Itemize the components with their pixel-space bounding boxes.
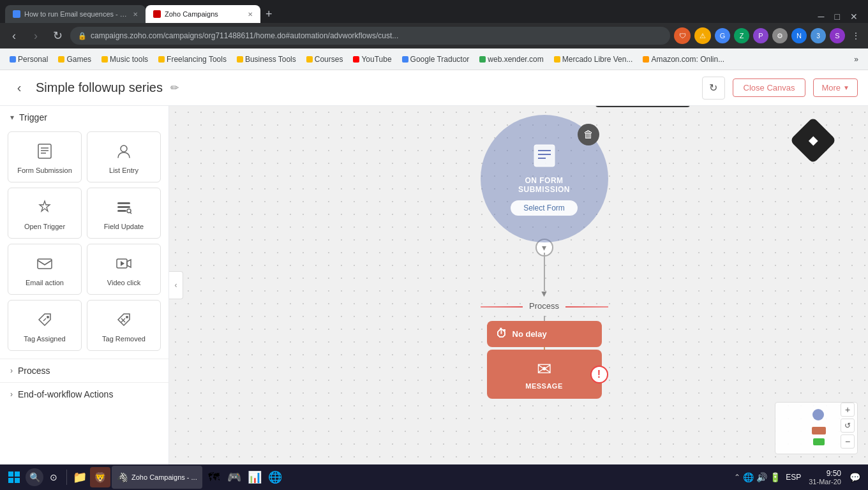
url-bar[interactable]: 🔒 campaigns.zoho.com/campaigns/org711488… bbox=[70, 27, 670, 45]
diamond-badge[interactable]: ◆ bbox=[789, 117, 837, 164]
svg-point-4 bbox=[121, 145, 127, 152]
tab-inactive[interactable]: How to run Email sequences - Doc... ✕ bbox=[5, 5, 146, 23]
sidebar-item-open-trigger[interactable]: Open Trigger bbox=[8, 188, 82, 239]
process-section-header[interactable]: › Process bbox=[0, 359, 168, 382]
bookmark-games[interactable]: Games bbox=[54, 53, 96, 66]
process-section-sidebar: › Process bbox=[0, 359, 168, 382]
edit-title-icon[interactable]: ✏ bbox=[170, 82, 179, 94]
message-node[interactable]: ✉ MESSAGE ! bbox=[487, 350, 602, 399]
reset-view-btn[interactable]: ↺ bbox=[841, 419, 855, 433]
ext-chrome-icon[interactable]: G bbox=[715, 28, 730, 43]
tab-active-close[interactable]: ✕ bbox=[248, 11, 253, 18]
back-button[interactable]: ‹ bbox=[10, 79, 28, 97]
tray-volume-icon[interactable]: 🔊 bbox=[756, 472, 767, 482]
refresh-canvas-btn[interactable]: ↻ bbox=[702, 77, 725, 100]
warning-icon[interactable]: ⚠ bbox=[694, 27, 711, 44]
svg-line-14 bbox=[43, 318, 46, 321]
bookmarks-more[interactable]: » bbox=[849, 53, 863, 66]
more-button[interactable]: More ▼ bbox=[813, 78, 858, 97]
bookmark-games-label: Games bbox=[66, 55, 91, 64]
zoom-out-btn[interactable]: − bbox=[841, 434, 855, 449]
bookmark-courses[interactable]: Courses bbox=[302, 53, 348, 66]
bookmark-youtube-label: YouTube bbox=[361, 55, 391, 64]
start-button[interactable] bbox=[3, 466, 26, 489]
reload-btn[interactable]: ↻ bbox=[49, 27, 66, 45]
video-click-icon bbox=[112, 252, 135, 275]
profile-icon[interactable]: S bbox=[830, 28, 845, 43]
taskbar-other-app3[interactable]: 📊 bbox=[244, 467, 265, 487]
bookmark-youtube[interactable]: YouTube bbox=[348, 53, 396, 66]
bookmark-xender[interactable]: web.xender.com bbox=[475, 53, 548, 66]
sidebar-item-email-action[interactable]: Email action bbox=[8, 244, 82, 295]
taskbar-other-app4[interactable]: 🌐 bbox=[265, 467, 285, 487]
tray-up-arrow[interactable]: ⌃ bbox=[734, 473, 740, 482]
brave-shield-icon[interactable]: 🛡 bbox=[674, 27, 691, 44]
bookmark-freelancing[interactable]: Freelancing Tools bbox=[154, 53, 231, 66]
trigger-section-label: Trigger bbox=[19, 112, 47, 122]
tab-inactive-close[interactable]: ✕ bbox=[133, 11, 138, 18]
taskbar-search[interactable]: 🔍 bbox=[26, 468, 43, 486]
sidebar-item-tag-removed[interactable]: Tag Removed bbox=[87, 300, 161, 351]
end-of-workflow-header[interactable]: › End-of-workflow Actions bbox=[0, 382, 168, 406]
window-minimize[interactable]: ─ bbox=[813, 10, 830, 23]
bookmark-google-traductor[interactable]: Google Traductor bbox=[398, 53, 474, 66]
sidebar-item-tag-assigned[interactable]: Tag Assigned bbox=[8, 300, 82, 351]
diamond-badge-label: ◆ bbox=[809, 133, 818, 147]
tray-network-icon[interactable]: 🌐 bbox=[743, 472, 754, 482]
trigger-section-header[interactable]: ▾ Trigger bbox=[0, 106, 168, 129]
open-trigger-icon bbox=[33, 196, 56, 219]
svg-rect-6 bbox=[117, 206, 130, 208]
tab-favicon-active bbox=[153, 10, 161, 18]
taskbar-clock: 9:50 31-Mar-20 bbox=[806, 469, 844, 486]
svg-rect-26 bbox=[15, 478, 20, 483]
ext-green-icon[interactable]: Z bbox=[734, 28, 749, 43]
forward-nav-btn[interactable]: › bbox=[27, 27, 45, 45]
bookmark-mercadolibre[interactable]: Mercado Libre Ven... bbox=[550, 53, 638, 66]
ext-badge[interactable]: 3 bbox=[811, 28, 826, 43]
ext-purple-icon[interactable]: P bbox=[753, 28, 768, 43]
process-header-node: Process bbox=[481, 299, 608, 313]
tray-language[interactable]: ESP bbox=[783, 473, 804, 482]
tab-active[interactable]: Zoho Campaigns ✕ bbox=[146, 5, 260, 23]
mini-node-rect1 bbox=[812, 427, 826, 434]
ext-gray-icon[interactable]: ⚙ bbox=[772, 28, 788, 43]
sidebar-item-form-submission[interactable]: Form Submission bbox=[8, 131, 82, 182]
taskbar-other-app1[interactable]: 🗺 bbox=[204, 467, 224, 487]
taskbar-file-explorer[interactable]: 📁 bbox=[70, 467, 90, 487]
select-form-button[interactable]: Select Form bbox=[511, 200, 578, 216]
ext-blue2-icon[interactable]: N bbox=[791, 28, 807, 43]
bookmark-amazon[interactable]: Amazon.com: Onlin... bbox=[638, 53, 729, 66]
menu-icon[interactable]: ⋮ bbox=[849, 29, 863, 42]
sidebar-item-field-update[interactable]: Field Update bbox=[87, 188, 161, 239]
taskbar-other-app2[interactable]: 🎮 bbox=[224, 467, 244, 487]
sidebar-item-video-click[interactable]: Video click bbox=[87, 244, 161, 295]
bookmark-personal[interactable]: Personal bbox=[5, 53, 52, 66]
taskbar-brave-browser[interactable]: 🦁 bbox=[90, 467, 110, 487]
canvas-title: Simple followup series bbox=[36, 80, 163, 95]
collapse-sidebar-btn[interactable]: ‹ bbox=[169, 271, 183, 299]
tray-battery-icon[interactable]: 🔋 bbox=[770, 472, 781, 482]
back-nav-btn[interactable]: ‹ bbox=[5, 27, 23, 45]
svg-line-9 bbox=[130, 212, 131, 214]
bookmark-music-tools[interactable]: Music tools bbox=[97, 53, 153, 66]
message-envelope-icon: ✉ bbox=[537, 359, 551, 380]
trigger-node[interactable]: 🗑 ON FORM SUBMISSION Select Form bbox=[481, 115, 608, 242]
tab-inactive-title: How to run Email sequences - Doc... bbox=[24, 10, 129, 18]
delete-trigger-btn[interactable]: 🗑 bbox=[578, 124, 599, 145]
new-tab-btn[interactable]: + bbox=[260, 5, 278, 23]
canvas[interactable]: ‹ ◆ ON FORM SUBMISSION 🗑 bbox=[169, 106, 868, 464]
svg-rect-5 bbox=[117, 202, 130, 204]
trigger-tooltip-box: ON FORM SUBMISSION bbox=[595, 106, 690, 107]
svg-rect-7 bbox=[117, 210, 126, 212]
window-close[interactable]: ✕ bbox=[845, 10, 863, 23]
taskbar-zoho-app[interactable]: 🦓 Zoho Campaigns - ... bbox=[112, 466, 202, 489]
sidebar-item-list-entry[interactable]: List Entry bbox=[87, 131, 161, 182]
zoom-in-btn[interactable]: + bbox=[841, 403, 855, 417]
taskbar-cortana[interactable]: ⊙ bbox=[45, 468, 63, 486]
message-error-badge[interactable]: ! bbox=[590, 366, 608, 383]
delay-node[interactable]: ⏱ No delay bbox=[487, 321, 602, 347]
bookmark-business[interactable]: Business Tools bbox=[232, 53, 301, 66]
close-canvas-button[interactable]: Close Canvas bbox=[733, 78, 806, 97]
notification-center-btn[interactable]: 💬 bbox=[846, 469, 863, 486]
window-maximize[interactable]: □ bbox=[830, 10, 845, 23]
